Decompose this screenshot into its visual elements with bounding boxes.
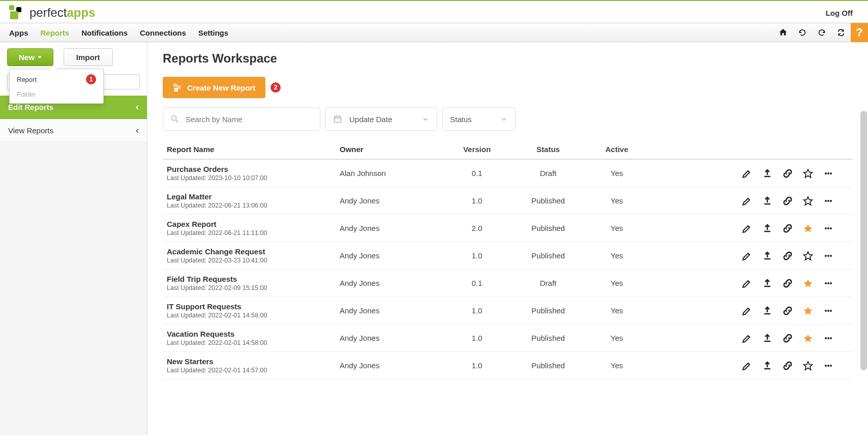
upload-icon[interactable] <box>762 223 772 233</box>
link-icon[interactable] <box>783 278 793 288</box>
report-name: Legal Matter <box>167 192 340 201</box>
table-row[interactable]: Purchase Orders Last Updated: 2023-10-10… <box>163 160 853 187</box>
table-row[interactable]: Academic Change Request Last Updated: 20… <box>163 242 853 270</box>
edit-icon[interactable] <box>742 168 752 179</box>
upload-icon[interactable] <box>762 251 772 261</box>
squares-icon <box>173 83 182 92</box>
star-icon[interactable] <box>803 306 813 316</box>
nav-tabs: Apps Reports Notifications Connections S… <box>9 24 228 41</box>
edit-icon[interactable] <box>742 361 752 371</box>
col-status[interactable]: Status <box>513 145 584 154</box>
logo[interactable]: perfectapps <box>9 5 95 20</box>
filter-update-date[interactable]: Update Date <box>325 107 437 131</box>
report-active: Yes <box>584 196 650 205</box>
more-icon[interactable] <box>823 361 833 371</box>
search-by-name[interactable] <box>163 107 320 131</box>
edit-icon[interactable] <box>742 223 752 233</box>
col-owner[interactable]: Owner <box>340 145 441 154</box>
chevron-down-icon <box>500 115 508 123</box>
home-icon[interactable] <box>773 23 793 42</box>
report-owner: Alan Johnson <box>340 169 441 178</box>
link-icon[interactable] <box>783 223 793 233</box>
link-icon[interactable] <box>783 306 793 316</box>
table-row[interactable]: IT Support Requests Last Updated: 2022-0… <box>163 297 853 325</box>
link-icon[interactable] <box>783 196 793 206</box>
filter-status[interactable]: Status <box>442 107 516 131</box>
report-owner: Andy Jones <box>340 279 441 287</box>
col-name[interactable]: Report Name <box>167 145 340 154</box>
help-button[interactable]: ? <box>851 23 868 42</box>
report-status: Published <box>513 224 584 232</box>
more-icon[interactable] <box>823 306 833 316</box>
edit-icon[interactable] <box>742 306 752 316</box>
report-status: Published <box>513 251 584 260</box>
report-version: 1.0 <box>441 196 513 205</box>
refresh-cw-icon[interactable] <box>812 23 831 42</box>
upload-icon[interactable] <box>762 196 772 206</box>
report-version: 2.0 <box>441 224 513 232</box>
report-status: Published <box>513 306 584 315</box>
report-status: Draft <box>513 279 584 287</box>
report-status: Published <box>513 196 584 205</box>
report-updated: Last Updated: 2022-02-09 15:15:00 <box>167 284 340 291</box>
report-version: 0.1 <box>441 279 513 287</box>
page-title: Reports Workspace <box>163 51 853 66</box>
table-row[interactable]: Capex Report Last Updated: 2022-06-21 11… <box>163 215 853 242</box>
star-icon[interactable] <box>803 168 813 179</box>
edit-icon[interactable] <box>742 251 752 261</box>
report-version: 1.0 <box>441 334 513 342</box>
star-icon[interactable] <box>803 223 813 233</box>
star-icon[interactable] <box>803 333 813 343</box>
upload-icon[interactable] <box>762 168 772 179</box>
report-version: 0.1 <box>441 169 513 178</box>
refresh-ccw-icon[interactable] <box>793 23 812 42</box>
more-icon[interactable] <box>823 251 833 261</box>
star-icon[interactable] <box>803 196 813 206</box>
col-version[interactable]: Version <box>441 145 513 154</box>
star-icon[interactable] <box>803 361 813 371</box>
edit-icon[interactable] <box>742 333 752 343</box>
create-new-report-button[interactable]: Create New Report <box>163 77 265 98</box>
new-dropdown: Report 1 Folder <box>9 69 104 104</box>
upload-icon[interactable] <box>762 306 772 316</box>
reports-table: Report Name Owner Version Status Active … <box>163 140 853 379</box>
upload-icon[interactable] <box>762 361 772 371</box>
new-button[interactable]: New <box>7 48 53 66</box>
more-icon[interactable] <box>823 333 833 343</box>
table-row[interactable]: Legal Matter Last Updated: 2022-06-21 13… <box>163 187 853 215</box>
table-row[interactable]: Vacation Requests Last Updated: 2022-02-… <box>163 325 853 352</box>
link-icon[interactable] <box>783 361 793 371</box>
link-icon[interactable] <box>783 333 793 343</box>
nav-apps[interactable]: Apps <box>9 24 28 41</box>
dropdown-report[interactable]: Report 1 <box>10 71 103 87</box>
more-icon[interactable] <box>823 168 833 179</box>
nav-reports[interactable]: Reports <box>41 24 70 41</box>
sidebar-view-reports[interactable]: View Reports ‹ <box>0 119 147 142</box>
nav-settings[interactable]: Settings <box>198 24 228 41</box>
table-row[interactable]: Field Trip Requests Last Updated: 2022-0… <box>163 270 853 297</box>
link-icon[interactable] <box>783 251 793 261</box>
edit-icon[interactable] <box>742 278 752 288</box>
more-icon[interactable] <box>823 278 833 288</box>
nav-connections[interactable]: Connections <box>140 24 186 41</box>
table-row[interactable]: New Starters Last Updated: 2022-02-01 14… <box>163 352 853 379</box>
report-active: Yes <box>584 224 650 232</box>
sync-icon[interactable] <box>831 23 851 42</box>
search-name-input[interactable] <box>186 115 313 124</box>
import-button[interactable]: Import <box>64 48 113 66</box>
star-icon[interactable] <box>803 251 813 261</box>
more-icon[interactable] <box>823 223 833 233</box>
upload-icon[interactable] <box>762 333 772 343</box>
report-active: Yes <box>584 306 650 315</box>
logoff-link[interactable]: Log Off <box>826 9 858 17</box>
more-icon[interactable] <box>823 196 833 206</box>
upload-icon[interactable] <box>762 278 772 288</box>
edit-icon[interactable] <box>742 196 752 206</box>
star-icon[interactable] <box>803 278 813 288</box>
dropdown-folder[interactable]: Folder <box>10 87 103 101</box>
nav-notifications[interactable]: Notifications <box>81 24 128 41</box>
col-active[interactable]: Active <box>584 145 650 154</box>
link-icon[interactable] <box>783 168 793 179</box>
report-active: Yes <box>584 169 650 178</box>
scrollbar[interactable] <box>860 111 867 370</box>
